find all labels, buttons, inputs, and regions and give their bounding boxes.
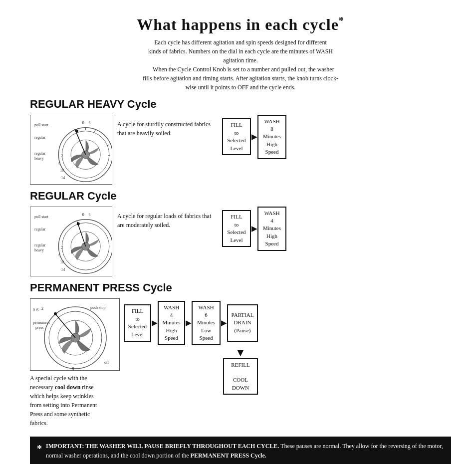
- wash-6-low-box: WASH6MinutesLowSpeed: [192, 301, 221, 345]
- arrow-2: [251, 225, 257, 233]
- svg-text:push stop: push stop: [90, 305, 105, 310]
- perm-press-row: 0 6 2 permanent press push stop off: [30, 298, 451, 428]
- svg-text:6: 6: [36, 308, 38, 312]
- regular-row: pull start regular regular heavy 0 6 2 6…: [30, 207, 451, 276]
- svg-text:pull start: pull start: [34, 122, 49, 127]
- perm-press-dial: 0 6 2 permanent press push stop off: [30, 298, 120, 371]
- svg-text:regular: regular: [34, 243, 46, 247]
- page: What happens in each cycle* Each cycle h…: [0, 0, 476, 464]
- svg-point-33: [82, 242, 90, 250]
- svg-point-48: [54, 312, 57, 315]
- svg-text:0: 0: [82, 120, 84, 125]
- svg-line-14: [75, 129, 86, 154]
- regular-title: REGULAR Cycle: [30, 190, 451, 203]
- fill-box-pp: FILLtoSelectedLevel: [124, 304, 151, 342]
- important-box: * IMPORTANT: THE WASHER WILL PAUSE BRIEF…: [30, 437, 451, 464]
- svg-point-35: [77, 222, 80, 225]
- wash-4-high-pp-box: WASH4MinutesHighSpeed: [158, 301, 185, 345]
- svg-text:14: 14: [61, 267, 65, 272]
- svg-text:heavy: heavy: [34, 247, 44, 252]
- svg-text:off: off: [104, 360, 109, 365]
- refill-container: ▼ REFILL COOLDOWN: [223, 347, 258, 395]
- regular-heavy-row: pull start regular regular heavy 0 6 2 6…: [30, 115, 451, 185]
- fill-box-1: FILLtoSelectedLevel: [222, 118, 251, 155]
- perm-flow-bottom: ▼ REFILL COOLDOWN: [124, 345, 258, 395]
- wash-8-high-box: WASH8MinutesHighSpeed: [257, 115, 286, 159]
- regular-heavy-flow: FILLtoSelectedLevel WASH8MinutesHighSpee…: [222, 115, 286, 159]
- regular-desc: A cycle for regular loads of fabrics tha…: [117, 207, 217, 230]
- fill-box-2: FILLtoSelectedLevel: [222, 210, 251, 247]
- regular-heavy-title: REGULAR HEAVY Cycle: [30, 98, 451, 111]
- svg-line-16: [94, 130, 95, 132]
- perm-press-desc: A special cycle with thenecessary cool d…: [30, 371, 120, 428]
- down-arrow-icon: ▼: [235, 347, 246, 358]
- svg-text:heavy: heavy: [34, 156, 44, 160]
- svg-text:press: press: [35, 325, 43, 330]
- svg-text:8: 8: [72, 366, 74, 371]
- svg-point-13: [82, 151, 90, 159]
- svg-text:0: 0: [82, 212, 84, 217]
- arrow-pp-2: [185, 319, 192, 327]
- perm-press-title: PERMANENT PRESS Cycle: [30, 281, 451, 294]
- regular-flow: FILLtoSelectedLevel WASH4MinutesHighSpee…: [222, 207, 286, 251]
- svg-text:regular: regular: [34, 227, 46, 232]
- arrow-1: [251, 133, 257, 141]
- page-title: What happens in each cycle*: [30, 15, 451, 34]
- svg-point-19: [75, 129, 78, 132]
- important-text: IMPORTANT: THE WASHER WILL PAUSE BRIEFLY…: [46, 442, 444, 461]
- svg-line-47: [54, 313, 75, 338]
- asterisk-icon: *: [37, 441, 42, 461]
- svg-text:regular: regular: [34, 151, 46, 156]
- svg-text:6: 6: [88, 212, 90, 217]
- svg-text:pull start: pull start: [34, 214, 49, 219]
- svg-text:0: 0: [33, 308, 35, 312]
- perm-press-flow: FILLtoSelectedLevel WASH4MinutesHighSpee…: [124, 298, 258, 395]
- arrow-pp-1: [151, 319, 158, 327]
- regular-dial: pull start regular regular heavy 0 6 2 6…: [30, 207, 112, 276]
- svg-text:2: 2: [41, 306, 43, 311]
- intro-text: Each cycle has different agitation and s…: [101, 38, 380, 92]
- refill-cool-box: REFILL COOLDOWN: [223, 358, 258, 395]
- perm-flow-top: FILLtoSelectedLevel WASH4MinutesHighSpee…: [124, 301, 258, 345]
- wash-4-high-box: WASH4MinutesHighSpeed: [257, 207, 286, 251]
- arrow-pp-3: [221, 319, 227, 327]
- svg-text:14: 14: [61, 176, 65, 180]
- svg-text:regular: regular: [34, 135, 46, 140]
- svg-line-34: [77, 222, 86, 246]
- svg-text:6: 6: [88, 120, 90, 125]
- regular-heavy-desc: A cycle for sturdily constructed fabrics…: [117, 115, 217, 138]
- regular-heavy-dial: pull start regular regular heavy 0 6 2 6…: [30, 115, 112, 185]
- partial-drain-box: PARTIALDRAIN(Pause): [227, 304, 258, 342]
